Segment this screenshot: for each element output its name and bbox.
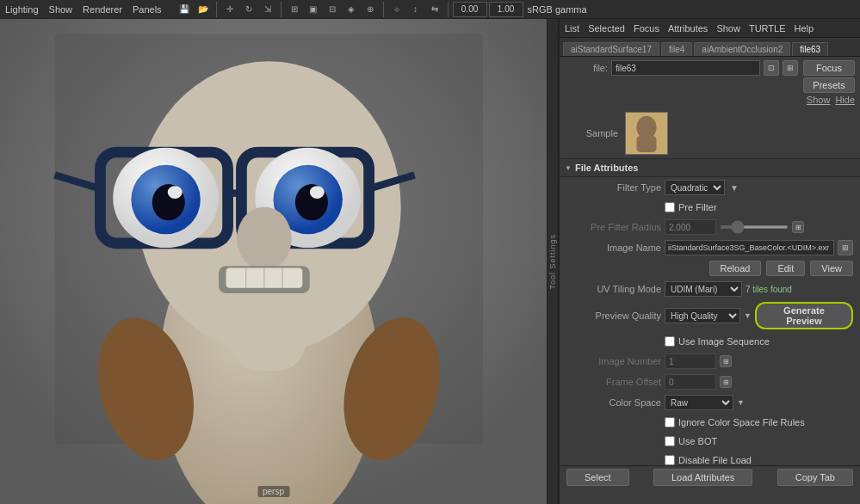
image-number-label: Image Number [566, 356, 661, 366]
reload-edit-view-row: Reload Edit View [560, 258, 860, 279]
use-image-seq-checkbox[interactable] [665, 336, 675, 347]
tool-settings-strip: Tool Settings [547, 19, 559, 504]
tab-file4[interactable]: file4 [661, 42, 692, 56]
filter-type-dropdown[interactable]: Quadratic [665, 180, 725, 195]
toolbar-icon-7[interactable]: ⊕ [362, 1, 379, 18]
pre-filter-radius-slider[interactable] [720, 225, 789, 229]
color-space-label: Color Space [566, 397, 661, 408]
pre-filter-row: Pre Filter [560, 198, 860, 217]
tiles-found: 7 tiles found [746, 285, 792, 294]
pre-filter-radius-input[interactable] [665, 219, 716, 235]
menu-turtle[interactable]: TURTLE [749, 23, 786, 34]
use-bot-label: Use BOT [678, 436, 717, 446]
ignore-color-rules-label: Ignore Color Space File Rules [678, 417, 805, 427]
uv-tiling-row: UV Tiling Mode UDIM (Mari) 7 tiles found [560, 279, 860, 299]
filter-type-label: Filter Type [566, 182, 661, 193]
uv-tiling-dropdown[interactable]: UDIM (Mari) [665, 281, 742, 297]
pre-filter-checkbox[interactable] [665, 202, 675, 212]
frame-offset-input[interactable] [665, 374, 716, 390]
file-input[interactable] [611, 60, 760, 76]
svg-point-27 [636, 116, 656, 139]
image-name-input[interactable] [665, 240, 834, 255]
toolbar-icon-3[interactable]: ⊞ [286, 1, 303, 18]
use-bot-checkbox[interactable] [665, 436, 675, 446]
preview-quality-label: Preview Quality [566, 310, 661, 321]
disable-file-load-row: Disable File Load [560, 451, 860, 465]
presets-button[interactable]: Presets [803, 77, 855, 93]
toolbar-icon-8[interactable]: ⟐ [388, 1, 405, 18]
hide-button[interactable]: Hide [835, 95, 855, 105]
menu-list[interactable]: List [565, 23, 579, 34]
load-attributes-button[interactable]: Load Attributes [653, 469, 752, 486]
separator-3 [383, 2, 384, 17]
file-attributes-title: File Attributes [575, 163, 639, 173]
viewport[interactable]: persp [0, 19, 547, 504]
right-panel-inner: file: ⊡ ⊞ Focus Presets Show Hide [560, 57, 860, 465]
edit-button[interactable]: Edit [766, 261, 805, 276]
preview-quality-arrow: ▼ [744, 311, 752, 320]
toolbar-icon-10[interactable]: ⇆ [426, 1, 443, 18]
frame-offset-row: Frame Offset ⊞ [560, 372, 860, 392]
file-attributes-section-header[interactable]: ▼ File Attributes [560, 158, 860, 177]
character-illustration [0, 19, 547, 504]
tab-file63[interactable]: file63 [792, 42, 828, 56]
svg-rect-28 [636, 136, 656, 152]
show-button[interactable]: Show [807, 95, 831, 105]
right-panel-scroll-area[interactable]: file: ⊡ ⊞ Focus Presets Show Hide [560, 57, 860, 465]
menu-selected[interactable]: Selected [588, 23, 625, 34]
focus-button[interactable]: Focus [803, 60, 855, 76]
disable-file-load-label: Disable File Load [678, 455, 752, 465]
select-button[interactable]: Select [566, 469, 629, 486]
reload-button[interactable]: Reload [709, 261, 762, 276]
right-panel: List Selected Focus Attributes Show TURT… [559, 19, 860, 504]
menu-lighting[interactable]: Lighting [5, 4, 39, 15]
image-number-row: Image Number ⊞ [560, 351, 860, 372]
toolbar-value1[interactable] [453, 2, 487, 17]
frame-offset-icon[interactable]: ⊞ [720, 376, 732, 388]
toolbar-icon-4[interactable]: ▣ [305, 1, 322, 18]
toolbar-icon-rotate[interactable]: ↻ [240, 1, 257, 18]
file-folder-icon[interactable]: ⊞ [783, 60, 798, 76]
menu-panels[interactable]: Panels [133, 4, 162, 15]
toolbar-icon-1[interactable]: 💾 [176, 1, 193, 18]
top-menubar: Lighting Show Renderer Panels 💾 📂 ✛ ↻ ⇲ … [0, 0, 860, 19]
tab-aisurface[interactable]: aiStandardSurface17 [563, 42, 659, 56]
color-space-arrow: ▼ [737, 398, 745, 407]
file-copy-icon[interactable]: ⊡ [764, 60, 779, 76]
menu-focus[interactable]: Focus [634, 23, 659, 34]
ignore-color-rules-checkbox[interactable] [665, 417, 675, 427]
color-space-dropdown[interactable]: Raw [665, 395, 733, 410]
menu-help[interactable]: Help [795, 23, 814, 34]
separator-1 [216, 2, 217, 17]
ignore-color-rules-row: Ignore Color Space File Rules [560, 413, 860, 432]
separator-4 [448, 2, 449, 17]
image-name-folder-icon[interactable]: ⊞ [838, 240, 853, 255]
pre-filter-radius-icon[interactable]: ⊞ [792, 221, 804, 233]
image-number-input[interactable] [665, 353, 716, 369]
generate-preview-button[interactable]: Generate Preview [755, 302, 853, 329]
menu-renderer[interactable]: Renderer [83, 4, 122, 15]
toolbar-icon-2[interactable]: 📂 [195, 1, 212, 18]
section-triangle-icon: ▼ [565, 164, 572, 172]
menu-show[interactable]: Show [49, 4, 73, 15]
tool-settings-label: Tool Settings [548, 234, 557, 290]
toolbar-icon-scale[interactable]: ⇲ [259, 1, 276, 18]
srgb-label: sRGB gamma [525, 4, 590, 15]
toolbar-icon-9[interactable]: ↕ [407, 1, 424, 18]
copy-tab-button[interactable]: Copy Tab [777, 469, 853, 486]
menu-show[interactable]: Show [716, 23, 740, 34]
color-space-row: Color Space Raw ▼ [560, 392, 860, 413]
menu-attributes[interactable]: Attributes [668, 23, 708, 34]
image-number-icon[interactable]: ⊞ [720, 355, 732, 367]
toolbar-icon-5[interactable]: ⊟ [324, 1, 341, 18]
toolbar-value2[interactable] [489, 2, 523, 17]
disable-file-load-checkbox[interactable] [665, 455, 675, 465]
filter-type-arrow: ▼ [730, 183, 739, 193]
viewport-label: persp [257, 486, 289, 497]
toolbar-icon-move[interactable]: ✛ [221, 1, 238, 18]
svg-point-19 [310, 186, 325, 199]
toolbar-icon-6[interactable]: ◈ [343, 1, 360, 18]
tab-aiambient[interactable]: aiAmbientOcclusion2 [694, 42, 790, 56]
view-button[interactable]: View [810, 261, 853, 276]
preview-quality-dropdown[interactable]: High Quality [665, 308, 740, 323]
